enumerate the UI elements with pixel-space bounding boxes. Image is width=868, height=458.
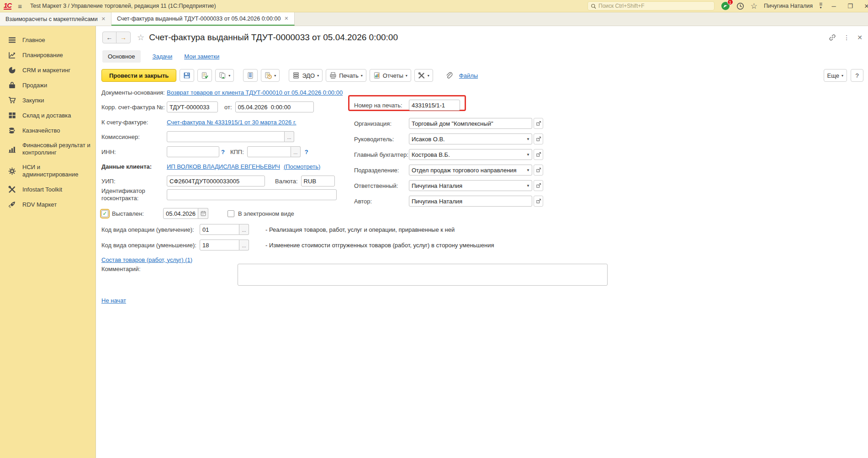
op-increase-input[interactable] — [200, 224, 239, 235]
electronic-checkbox[interactable] — [228, 210, 234, 217]
sidebar-item-crm[interactable]: CRM и маркетинг — [0, 63, 95, 78]
gov-contract-label: Идентификаторгосконтракта: — [101, 187, 167, 202]
history-icon[interactable] — [736, 2, 744, 10]
sidebar-item-nsi-admin[interactable]: НСИ и администрирование — [0, 160, 95, 182]
section-panel: Главное Планирование CRM и маркетинг Про… — [0, 26, 96, 458]
calendar-icon — [201, 211, 206, 216]
sidebar-item-rdv-market[interactable]: RDV Маркет — [0, 197, 95, 212]
issued-date-input[interactable] — [163, 208, 198, 219]
op-increase-select-button[interactable]: ... — [239, 224, 249, 235]
print-number-input[interactable] — [409, 100, 460, 111]
discussions-button[interactable]: 1 — [721, 1, 730, 11]
inn-label: ИНН: — [101, 149, 167, 155]
chief-accountant-input[interactable] — [409, 149, 532, 160]
app-title: Test Маркет 3 / Управление торговлей, ре… — [30, 3, 216, 9]
currency-input[interactable] — [301, 176, 335, 186]
corr-number-input[interactable] — [167, 101, 218, 112]
open-form-icon — [536, 121, 541, 126]
author-open-button[interactable] — [534, 196, 543, 207]
sidebar-item-planning[interactable]: Планирование — [0, 48, 95, 63]
boxes-grid-icon — [8, 112, 16, 119]
sidebar-item-warehouse[interactable]: Склад и доставка — [0, 108, 95, 123]
gov-contract-input[interactable] — [167, 189, 337, 200]
author-input[interactable] — [409, 196, 532, 207]
print-number-label: Номер на печать: — [354, 102, 409, 109]
calendar-button[interactable] — [198, 208, 208, 219]
to-invoice-label: К счету-фактуре: — [101, 119, 167, 126]
kpp-help-icon[interactable]: ? — [305, 149, 308, 155]
minimize-button[interactable]: ─ — [829, 3, 839, 10]
chief-accountant-open-button[interactable] — [534, 149, 543, 160]
manager-label: Руководитель: — [354, 136, 409, 143]
manager-open-button[interactable] — [534, 133, 543, 144]
commissioner-select-button[interactable]: ... — [285, 131, 294, 142]
form-area: ← → ☆ Счет-фактура выданный ТДУТ-0000033… — [96, 26, 868, 458]
inn-input[interactable] — [167, 146, 219, 157]
issued-checkbox[interactable]: ✓ — [101, 210, 108, 217]
restore-button[interactable]: ❐ — [845, 3, 855, 10]
chief-accountant-label: Главный бухгалтер: — [354, 151, 409, 158]
kpp-label: КПП: — [230, 149, 244, 155]
commissioner-input[interactable] — [167, 131, 285, 142]
kpp-select-button[interactable]: ... — [291, 146, 301, 157]
open-form-icon — [536, 136, 541, 142]
uip-label: УИП: — [101, 178, 167, 185]
current-user: Пичугина Наталия — [764, 3, 813, 9]
op-decrease-description: - Изменение стоимости отгруженных товаро… — [265, 242, 494, 249]
organization-input[interactable] — [409, 118, 532, 129]
tab-close-icon[interactable]: ✕ — [101, 16, 106, 22]
window-tab-strip: Взаиморасчеты с маркетплейсами ✕ Счет-фа… — [0, 12, 868, 26]
base-document-link[interactable]: Возврат товаров от клиента ТДУТ-000010 о… — [167, 89, 343, 96]
pie-chart-icon — [8, 66, 16, 74]
sidebar-item-purchases[interactable]: Закупки — [0, 93, 95, 108]
op-decrease-select-button[interactable]: ... — [239, 240, 249, 250]
issued-label: Выставлен: — [112, 210, 163, 217]
gear-icon — [8, 167, 16, 175]
global-search[interactable] — [587, 1, 715, 11]
op-decrease-input[interactable] — [200, 240, 239, 250]
close-window-button[interactable]: ✕ — [862, 3, 868, 10]
responsible-label: Ответственный: — [354, 182, 409, 189]
tab-close-icon[interactable]: ✕ — [284, 16, 288, 21]
main-menu-icon[interactable]: ≡ — [18, 2, 22, 10]
sidebar-item-treasury[interactable]: Казначейство — [0, 123, 95, 138]
client-view-link[interactable]: (Посмотреть) — [284, 163, 320, 170]
tab-invoice-issued[interactable]: Счет-фактура выданный ТДУТ-0000033 от 05… — [111, 12, 295, 26]
planning-chart-icon — [8, 51, 16, 59]
sidebar-item-infostart-toolkit[interactable]: Infostart Toolkit — [0, 182, 95, 197]
notification-badge: 1 — [727, 0, 733, 5]
uip-input[interactable] — [167, 176, 265, 186]
responsible-input[interactable] — [409, 180, 532, 191]
client-link[interactable]: ИП ВОЛКОВ ВЛАДИСЛАВ ЕВГЕНЬЕВИЧ — [167, 163, 280, 170]
electronic-label: В электронном виде — [238, 210, 294, 217]
sidebar-item-finresult[interactable]: Финансовый результат и контроллинг — [0, 138, 95, 160]
comment-textarea[interactable] — [238, 264, 608, 286]
department-input[interactable] — [409, 165, 532, 176]
tools-icon — [8, 186, 16, 193]
search-input[interactable] — [598, 3, 711, 9]
department-open-button[interactable] — [534, 165, 543, 176]
menu-lines-icon — [8, 36, 16, 44]
goods-content-link[interactable]: Состав товаров (работ, услуг) (1) — [101, 256, 192, 263]
corr-date-input[interactable] — [235, 101, 314, 112]
process-status-link[interactable]: Не начат — [101, 297, 126, 304]
briefcase-icon — [8, 81, 16, 89]
kpp-input[interactable] — [247, 146, 291, 157]
commissioner-label: Комиссионер: — [101, 133, 167, 140]
inn-help-icon[interactable]: ? — [221, 149, 225, 155]
coins-icon — [8, 127, 16, 134]
organization-open-button[interactable] — [534, 118, 543, 129]
service-menu-icon[interactable]: ≡▾ — [819, 3, 822, 9]
manager-input[interactable] — [409, 133, 532, 144]
base-documents-label: Документы-основания: — [101, 89, 167, 96]
favorites-star-icon[interactable]: ☆ — [751, 1, 757, 11]
responsible-open-button[interactable] — [534, 180, 543, 191]
to-invoice-link[interactable]: Счет-фактура № 4331915/1 от 30 марта 202… — [167, 119, 296, 126]
currency-label: Валюта: — [275, 178, 298, 185]
corr-number-label: Корр. счет-фактура №: — [101, 104, 167, 111]
op-increase-label: Код вида операции (увеличение): — [101, 226, 200, 233]
sidebar-item-sales[interactable]: Продажи — [0, 78, 95, 93]
tab-mutual-settlements[interactable]: Взаиморасчеты с маркетплейсами ✕ — [0, 12, 111, 26]
sidebar-item-main[interactable]: Главное — [0, 32, 95, 48]
op-increase-description: - Реализация товаров, работ, услуг и опе… — [265, 226, 455, 233]
